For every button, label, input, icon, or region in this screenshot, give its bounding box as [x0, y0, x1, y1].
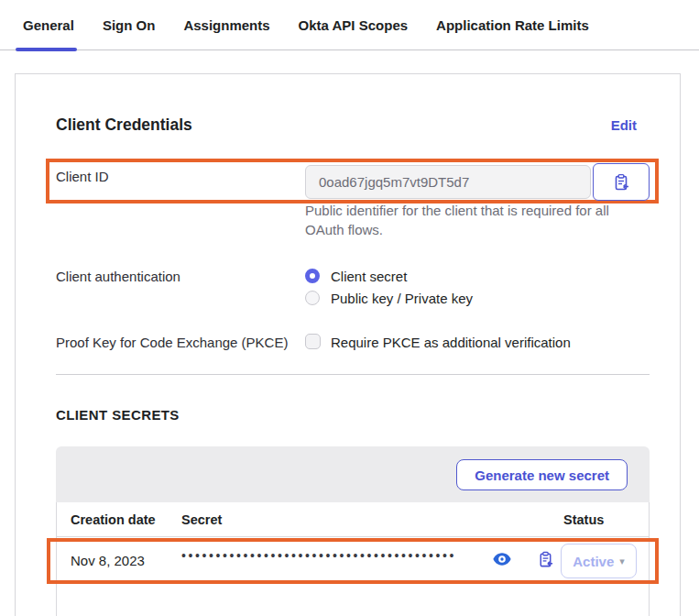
tab-assignments[interactable]: Assignments [183, 0, 269, 50]
pkce-checkbox[interactable] [305, 334, 321, 349]
tab-general[interactable]: General [23, 0, 74, 50]
edit-button[interactable]: Edit [611, 117, 637, 133]
col-header-secret: Secret [181, 512, 222, 527]
tab-bar: General Sign On Assignments Okta API Sco… [0, 0, 699, 50]
table-header-row: Creation date Secret Status [57, 502, 649, 537]
pkce-checkbox-label[interactable]: Require PKCE as additional verification [331, 335, 571, 350]
client-id-label: Client ID [56, 169, 109, 184]
tab-okta-api-scopes[interactable]: Okta API Scopes [299, 0, 409, 50]
radio-public-private-key-label[interactable]: Public key / Private key [331, 291, 473, 306]
radio-client-secret-label[interactable]: Client secret [331, 269, 407, 284]
radio-public-private-key[interactable] [305, 291, 320, 305]
radio-client-secret[interactable] [305, 269, 320, 283]
app-settings-page: General Sign On Assignments Okta API Sco… [0, 0, 699, 616]
generate-new-secret-button[interactable]: Generate new secret [456, 459, 628, 490]
pkce-label: Proof Key for Code Exchange (PKCE) [56, 335, 288, 350]
client-secrets-title: CLIENT SECRETS [56, 407, 180, 423]
section-divider [56, 374, 650, 375]
client-secrets-toolbar: Generate new secret [56, 446, 650, 502]
client-id-help-text: Public identifier for the client that is… [305, 201, 628, 239]
secret-row-highlight-box [47, 538, 659, 584]
col-header-creation-date: Creation date [71, 512, 156, 527]
copy-client-id-button[interactable] [593, 163, 650, 201]
tab-application-rate-limits[interactable]: Application Rate Limits [436, 0, 589, 50]
tab-sign-on[interactable]: Sign On [103, 0, 156, 50]
client-credentials-title: Client Credentials [56, 116, 192, 135]
client-credentials-card: Client Credentials Edit Client ID 0oad67… [15, 73, 681, 616]
clipboard-copy-icon [612, 173, 630, 192]
client-id-value-field[interactable]: 0oad67jgq5m7vt9DT5d7 [305, 165, 591, 199]
col-header-status: Status [563, 512, 604, 527]
client-authentication-label: Client authentication [56, 269, 180, 284]
